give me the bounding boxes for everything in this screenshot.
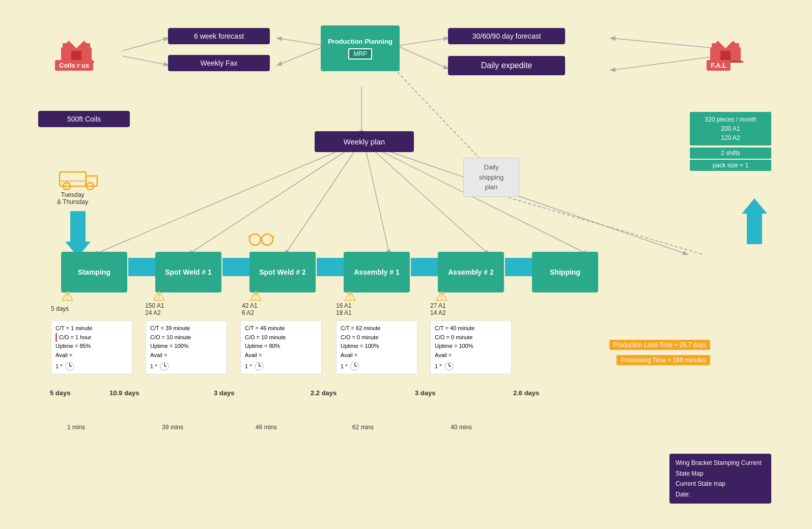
svg-rect-27 xyxy=(735,43,739,53)
pt-3: 62 mins xyxy=(352,424,374,431)
svg-marker-34 xyxy=(742,198,767,244)
pieces-info: 320 pieces / month200 A1120 A2 xyxy=(690,112,771,145)
inv-stamping: 5 days xyxy=(51,305,69,312)
lead-time-label: Production Lead Time = 26.7 days xyxy=(609,340,710,350)
info-assembly1: C/T = 62 minute C/O = 0 minute Uptime = … xyxy=(336,320,417,374)
legend-state: Current State map xyxy=(676,479,765,489)
pt-4: 40 mins xyxy=(451,424,472,431)
svg-line-9 xyxy=(94,148,346,254)
day-forecast-box: 30/60/90 day forecast xyxy=(448,28,565,44)
tl-seg-4: 3 days xyxy=(415,389,435,397)
info-assembly2: C/T = 40 minute C/O = 0 minute Uptime = … xyxy=(430,320,512,374)
pt-0: 1 mins xyxy=(67,424,85,431)
truck-icon-area xyxy=(59,163,99,193)
svg-line-2 xyxy=(397,38,448,46)
legend-box: Wing Bracket Stamping Current State Map … xyxy=(669,454,771,504)
weekly-fax-box: Weekly Fax xyxy=(168,55,270,71)
tl-seg-0: 5 days xyxy=(50,389,70,397)
daily-expedite-box: Daily expedite xyxy=(448,56,565,75)
production-planning-label: Production Planning xyxy=(328,38,393,45)
svg-line-38 xyxy=(248,236,249,238)
svg-rect-19 xyxy=(71,51,81,61)
legend-date: Date: xyxy=(676,489,765,499)
coils-label-box: 500ft Coils xyxy=(38,111,130,127)
inv-assembly1: 16 A1 18 A1 xyxy=(336,302,352,316)
process-assembly1: Assembly # 1 xyxy=(344,252,410,292)
svg-line-6 xyxy=(611,38,718,48)
supplier-right-name: F.A.L xyxy=(707,60,731,71)
shifts-info: 2 shifts xyxy=(690,148,771,159)
svg-line-7 xyxy=(611,56,718,70)
process-spotweld1: Spot Weld # 1 xyxy=(155,252,221,292)
svg-rect-29 xyxy=(86,176,97,186)
svg-point-35 xyxy=(249,234,261,245)
svg-line-0 xyxy=(277,38,326,46)
process-shipping: Shipping xyxy=(532,252,598,292)
svg-rect-22 xyxy=(86,43,90,53)
legend-title: Wing Bracket Stamping Current State Map xyxy=(676,458,765,479)
inv-spotweld2: 42 A1 6 A2 xyxy=(242,302,258,316)
inv-spotweld1: 150 A1 24 A2 xyxy=(145,302,164,316)
process-assembly2: Assembly # 2 xyxy=(438,252,504,292)
big-arrow-up xyxy=(742,198,767,246)
svg-line-1 xyxy=(277,46,326,65)
info-spotweld1: C/T = 39 minute C/O = 10 minute Uptime =… xyxy=(146,320,227,374)
svg-marker-33 xyxy=(65,211,91,257)
glasses-icon xyxy=(248,232,274,250)
production-planning-box: Production Planning MRP xyxy=(321,25,400,71)
tl-seg-2: 3 days xyxy=(214,389,234,397)
factory-right xyxy=(708,33,743,64)
svg-line-4 xyxy=(122,38,168,51)
svg-rect-24 xyxy=(720,51,731,61)
production-planning-container: Production Planning MRP xyxy=(321,25,400,71)
mrp-box: MRP xyxy=(348,48,372,60)
pt-1: 39 mins xyxy=(162,424,183,431)
supplier-left-name: Coils r us xyxy=(55,60,93,71)
tl-seg-5: 2.6 days xyxy=(513,389,539,397)
production-info-box: 320 pieces / month200 A1120 A2 2 shifts … xyxy=(690,112,771,172)
warn-stamping: ⚠ xyxy=(61,287,74,304)
weekly-plan-box: Weekly plan xyxy=(315,131,414,152)
pack-size-info: pack size = 1 xyxy=(690,160,771,171)
svg-line-15 xyxy=(381,149,687,254)
truck-schedule-label: Tuesday& Thursday xyxy=(57,191,88,205)
forecast-6week-box: 6 week forecast xyxy=(168,28,270,44)
svg-rect-26 xyxy=(712,43,716,53)
svg-line-5 xyxy=(122,56,168,65)
tl-seg-3: 2.2 days xyxy=(311,389,337,397)
daily-shipping-plan-box: Dailyshippingplan xyxy=(463,158,519,197)
pt-2: 46 mins xyxy=(256,424,277,431)
info-stamping: C/T = 1 minute C/O = 1 hour Uptime = 85%… xyxy=(51,320,132,374)
svg-line-3 xyxy=(397,46,448,69)
process-stamping: Stamping xyxy=(61,252,127,292)
svg-line-39 xyxy=(273,236,274,238)
tl-seg-1: 10.9 days xyxy=(109,389,139,397)
process-spotweld2: Spot Weld # 2 xyxy=(249,252,316,292)
svg-line-17 xyxy=(494,193,703,254)
processing-time-label: Processing Time = 188 minutes xyxy=(617,355,710,365)
inv-assembly2: 27 A1 14 A2 xyxy=(430,302,446,316)
factory-left xyxy=(59,33,94,64)
info-spotweld2: C/T = 46 minute C/O = 10 minute Uptime =… xyxy=(240,320,322,374)
svg-line-11 xyxy=(285,149,356,254)
svg-rect-21 xyxy=(63,43,67,53)
svg-point-36 xyxy=(262,234,273,245)
svg-line-12 xyxy=(366,149,389,254)
